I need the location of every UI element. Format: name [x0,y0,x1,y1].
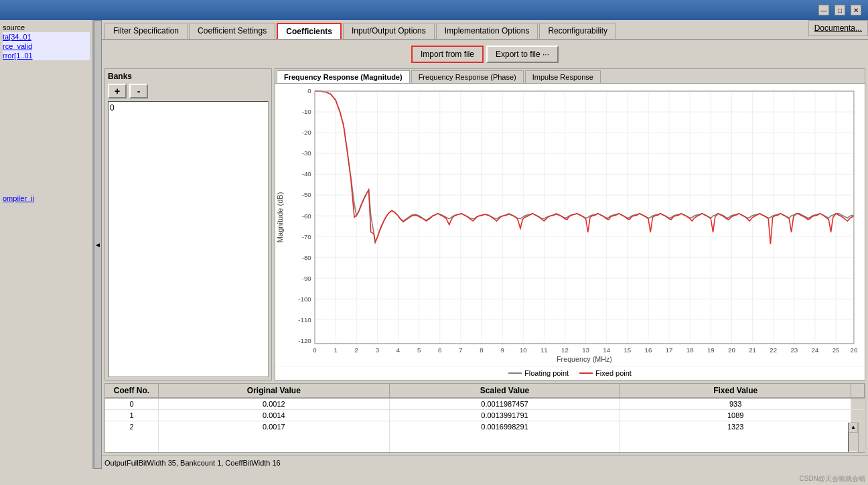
svg-text:21: 21 [749,346,756,354]
legend-fixed-label: Fixed point [595,369,632,377]
watermark: CSDN@天会晴就会晴 [797,473,869,485]
chart-wrapper: 0 -10 -20 -30 -40 -50 -60 -70 -80 -90 -1 [275,84,865,366]
panel-collapse-button[interactable]: ◄ [94,20,102,469]
svg-text:-80: -80 [302,253,311,261]
table-header-scaled: Scaled Value [390,384,621,397]
table-header-fixed: Fixed Value [620,384,851,397]
svg-text:11: 11 [540,346,548,354]
legend-fixed-line [579,372,593,374]
svg-text:26: 26 [851,346,858,354]
svg-text:-30: -30 [302,149,311,157]
svg-text:5: 5 [417,346,421,354]
tab-io-options[interactable]: Input/Output Options [343,23,435,39]
svg-text:22: 22 [770,346,777,354]
tab-coefficient-settings[interactable]: Coefficient Settings [189,23,275,39]
banks-add-button[interactable]: + [108,84,127,98]
table-header: Coeff No. Original Value Scaled Value Fi… [105,384,865,399]
tab-coefficients[interactable]: Coefficients [277,23,342,39]
svg-text:-60: -60 [302,212,311,219]
table-cell-coeff-1: 1 [105,410,159,421]
legend-floating-point: Floating point [508,369,569,377]
import-from-file-button[interactable]: Import from file [411,46,484,63]
banks-list[interactable]: 0 [108,101,269,377]
svg-text:23: 23 [790,346,798,354]
table-cell-fixed-0: 933 [620,399,851,409]
table-cell-original-2: 0.0017 [159,421,390,452]
svg-text:20: 20 [728,346,735,354]
left-panel-error[interactable]: rror[1..01 [3,51,90,60]
bank-item-0[interactable]: 0 [110,103,267,113]
table-cell-scaled-2: 0.0016998291 [390,421,621,452]
svg-text:16: 16 [645,346,652,354]
status-bar: OutputFullBitWidth 35, Bankcount 1, Coef… [102,456,868,469]
banks-panel: Banks + - 0 [104,68,272,380]
svg-text:-90: -90 [302,274,311,281]
svg-text:-10: -10 [302,108,311,115]
table-row[interactable]: 1 0.0014 0.0013991791 1089 [105,410,865,421]
svg-text:14: 14 [603,346,610,354]
svg-text:Frequency (MHz): Frequency (MHz) [557,355,612,363]
window-controls: — □ ✕ [818,5,861,15]
svg-text:-120: -120 [298,337,311,344]
close-button[interactable]: ✕ [851,5,861,15]
svg-text:18: 18 [686,346,694,354]
svg-text:4: 4 [396,346,401,354]
table-cell-scaled-1: 0.0013991791 [390,410,621,421]
svg-text:19: 19 [707,346,715,354]
table-cell-original-0: 0.0012 [159,399,390,409]
chart-tab-phase[interactable]: Frequency Response (Phase) [411,70,524,83]
legend-floating-line [508,372,522,374]
chart-tab-impulse[interactable]: Impulse Response [525,70,601,83]
legend-floating-label: Floating point [524,369,569,377]
banks-remove-button[interactable]: - [129,84,148,98]
table-row[interactable]: 2 0.0017 0.0016998291 1323 ▲ ▼ [105,421,865,452]
svg-text:0: 0 [313,346,317,354]
tab-implementation-options[interactable]: Implementation Options [436,23,538,39]
left-panel-compiler[interactable]: ompiler_ii [3,194,90,202]
table-header-coeff: Coeff No. [105,384,159,397]
svg-text:17: 17 [666,346,673,354]
svg-text:1: 1 [334,346,337,354]
table-row[interactable]: 0 0.0012 0.0011987457 933 [105,399,865,410]
left-panel-valid[interactable]: rce_valid [3,42,90,51]
svg-text:12: 12 [561,346,569,354]
svg-text:3: 3 [376,346,380,354]
svg-text:-50: -50 [302,191,311,198]
tab-bar: Filter Specification Coefficient Setting… [102,20,868,40]
svg-text:-70: -70 [302,232,311,240]
svg-text:15: 15 [624,346,631,354]
svg-text:7: 7 [459,346,462,354]
tab-reconfigurability[interactable]: Reconfigurability [539,23,616,39]
table-cell-original-1: 0.0014 [159,410,390,421]
table-cell-fixed-2: 1323 [620,421,851,452]
table-cell-coeff-2: 2 [105,421,159,452]
legend-area: Floating point Fixed point [275,366,865,380]
svg-text:-110: -110 [298,316,311,323]
svg-text:0: 0 [307,87,311,94]
toolbar-row: Import from file Export to file ··· [104,43,865,66]
chart-tabs: Frequency Response (Magnitude) Frequency… [275,69,865,84]
svg-text:25: 25 [833,346,840,354]
documentation-button[interactable]: Documenta... [808,20,868,36]
export-to-file-button[interactable]: Export to file ··· [486,46,559,63]
legend-fixed-point: Fixed point [579,369,632,377]
svg-text:-20: -20 [302,129,311,136]
chart-tab-magnitude[interactable]: Frequency Response (Magnitude) [277,70,410,83]
left-panel-source-data[interactable]: ta[34..01 [3,32,90,42]
coefficients-table: Coeff No. Original Value Scaled Value Fi… [104,383,865,453]
left-panel: source ta[34..01 rce_valid rror[1..01 om… [0,20,94,469]
svg-text:24: 24 [812,346,819,354]
svg-text:10: 10 [520,346,527,354]
banks-buttons: + - [108,84,269,98]
svg-text:2: 2 [355,346,358,354]
svg-text:9: 9 [500,346,504,354]
minimize-button[interactable]: — [818,5,829,15]
table-cell-scaled-0: 0.0011987457 [390,399,621,409]
tab-filter-specification[interactable]: Filter Specification [104,23,188,39]
banks-title: Banks [108,72,269,81]
table-rows: 0 0.0012 0.0011987457 933 1 0.0014 0.001… [105,399,865,452]
maximize-button[interactable]: □ [835,5,845,15]
svg-text:6: 6 [438,346,442,354]
table-scrollbar-0 [851,399,865,409]
table-scrollbar-header [851,384,865,397]
